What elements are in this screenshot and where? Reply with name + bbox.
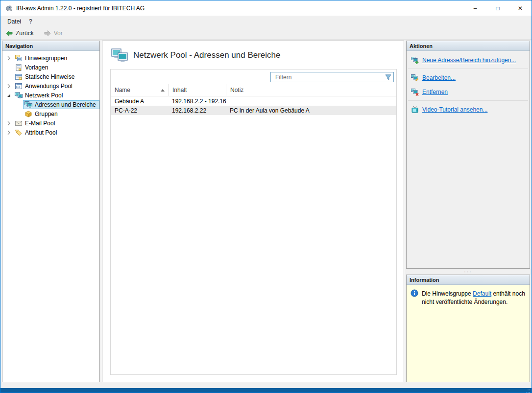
column-header-inhalt[interactable]: Inhalt bbox=[168, 84, 226, 96]
menu-help[interactable]: ? bbox=[25, 17, 36, 26]
tree-item-vorlagen[interactable]: Vorlagen bbox=[2, 63, 99, 72]
tree-item-statische-hinweise[interactable]: Statische Hinweise bbox=[2, 72, 99, 81]
sort-ascending-icon bbox=[161, 89, 165, 92]
groups-box-icon bbox=[24, 110, 32, 118]
filter-row bbox=[111, 69, 396, 84]
edit-network-address-icon bbox=[411, 74, 419, 82]
tree-item-label: Netzwerk Pool bbox=[25, 92, 63, 99]
navigation-tree: Hinweisgruppen bbox=[2, 51, 99, 382]
action-video-tutorial[interactable]: Video-Tutorial ansehen... bbox=[407, 102, 530, 116]
toolbar: Zurück Vor bbox=[0, 27, 532, 40]
video-tutorial-icon bbox=[411, 106, 419, 114]
filter-input[interactable] bbox=[271, 74, 383, 81]
information-body: Die Hinweisgruppe Default enthält noch n… bbox=[407, 285, 530, 382]
templates-icon bbox=[15, 64, 23, 71]
tree-item-netzwerk-pool[interactable]: Netzwerk Pool bbox=[2, 91, 99, 100]
action-remove[interactable]: Entfernen bbox=[407, 85, 530, 99]
chevron-right-icon[interactable] bbox=[4, 54, 13, 62]
attribute-pool-icon bbox=[15, 129, 23, 137]
back-button[interactable]: Zurück bbox=[3, 28, 36, 38]
table-header: Name Inhalt Notiz bbox=[111, 84, 396, 96]
chevron-right-icon[interactable] bbox=[4, 129, 13, 137]
right-column: Aktionen Neue Adresse/Bere bbox=[406, 41, 530, 382]
remove-network-address-icon bbox=[411, 88, 419, 96]
info-icon bbox=[411, 289, 418, 297]
column-label: Name bbox=[115, 87, 130, 93]
table-row[interactable]: Gebäude A 192.168.2.2 - 192.16... bbox=[111, 96, 396, 106]
column-header-notiz[interactable]: Notiz bbox=[226, 84, 396, 96]
content-header: Netzwerk Pool - Adressen und Bereiche bbox=[110, 47, 397, 69]
tree-item-attribut-pool[interactable]: Attribut Pool bbox=[2, 128, 99, 137]
tree-item-label: Anwendungs Pool bbox=[25, 83, 73, 90]
chevron-empty bbox=[4, 64, 13, 71]
chevron-right-icon[interactable] bbox=[4, 82, 13, 90]
tree-item-hinweisgruppen[interactable]: Hinweisgruppen bbox=[2, 53, 99, 63]
menubar: Datei ? bbox=[0, 16, 532, 27]
table-row[interactable]: PC-A-22 192.168.2.22 PC in der Aula von … bbox=[111, 106, 396, 115]
forward-button-label: Vor bbox=[54, 30, 63, 37]
cell-inhalt: 192.168.2.2 - 192.16... bbox=[168, 96, 226, 106]
action-label: Bearbeiten... bbox=[422, 74, 456, 81]
panel-splitter[interactable]: ··· bbox=[406, 269, 530, 275]
minimize-button[interactable]: – bbox=[464, 0, 486, 16]
navigation-panel-header: Navigation bbox=[2, 41, 99, 51]
statusbar: .:: bbox=[0, 388, 532, 393]
column-label: Notiz bbox=[230, 87, 243, 93]
tree-item-email-pool[interactable]: E-Mail Pool bbox=[2, 118, 99, 128]
tree-item-label: Statische Hinweise bbox=[25, 73, 74, 80]
maximize-button[interactable]: □ bbox=[486, 0, 509, 16]
bottom-gap bbox=[0, 382, 532, 388]
action-label: Video-Tutorial ansehen... bbox=[422, 106, 487, 113]
separator bbox=[408, 69, 528, 69]
window-title: IBI-aws Admin 1.22.0 - registriert für I… bbox=[16, 5, 145, 12]
cell-notiz bbox=[226, 96, 396, 106]
forward-button[interactable]: Vor bbox=[42, 28, 65, 38]
column-label: Inhalt bbox=[172, 87, 187, 93]
actions-list: Neue Adresse/Bereich hinzufügen... bbox=[407, 51, 530, 116]
tree-item-gruppen[interactable]: Gruppen bbox=[2, 109, 99, 118]
notice-groups-icon bbox=[15, 54, 23, 62]
filter-box[interactable] bbox=[270, 72, 394, 82]
close-button[interactable]: ✕ bbox=[509, 0, 532, 16]
action-label: Entfernen bbox=[422, 89, 448, 95]
tree-item-label: E-Mail Pool bbox=[25, 120, 55, 127]
network-pool-icon bbox=[15, 92, 23, 99]
chevron-expanded-icon[interactable] bbox=[4, 92, 13, 99]
add-network-address-icon bbox=[411, 56, 419, 64]
network-pool-icon bbox=[111, 48, 128, 63]
static-notices-icon bbox=[15, 73, 23, 81]
cell-name: PC-A-22 bbox=[111, 106, 168, 115]
forward-arrow-icon bbox=[44, 29, 51, 37]
network-pool-icon bbox=[24, 101, 32, 109]
menu-datei[interactable]: Datei bbox=[3, 17, 25, 26]
tree-item-label: Adressen und Bereiche bbox=[35, 101, 96, 108]
action-edit[interactable]: Bearbeiten... bbox=[407, 70, 530, 85]
tree-item-anwendungs-pool[interactable]: Anwendungs Pool bbox=[2, 81, 99, 91]
information-panel: Information Die Hinweisgruppe Default en… bbox=[406, 275, 530, 382]
window-controls: – □ ✕ bbox=[464, 0, 532, 16]
chevron-empty bbox=[4, 73, 13, 81]
cell-inhalt: 192.168.2.22 bbox=[168, 106, 226, 115]
filter-funnel-icon[interactable] bbox=[383, 73, 393, 81]
app-window: IBI-aws Admin 1.22.0 - registriert für I… bbox=[0, 0, 532, 393]
column-header-name[interactable]: Name bbox=[111, 84, 168, 96]
tree-item-adressen-und-bereiche[interactable]: Adressen und Bereiche bbox=[2, 100, 99, 109]
separator bbox=[408, 100, 528, 101]
page-title: Netzwerk Pool - Adressen und Bereiche bbox=[133, 50, 281, 60]
tree-item-label: Hinweisgruppen bbox=[25, 55, 67, 62]
back-arrow-icon bbox=[5, 29, 13, 37]
default-group-link[interactable]: Default bbox=[473, 290, 491, 297]
chevron-empty bbox=[14, 101, 23, 109]
chevron-right-icon[interactable] bbox=[4, 119, 13, 127]
content-panel: Netzwerk Pool - Adressen und Bereiche bbox=[102, 41, 404, 382]
tree-item-label: Vorlagen bbox=[25, 64, 48, 71]
action-add-address[interactable]: Neue Adresse/Bereich hinzufügen... bbox=[407, 53, 530, 67]
resize-grip[interactable]: .:: bbox=[526, 389, 530, 393]
address-list: Name Inhalt Notiz Gebäude A 192.168.2.2 … bbox=[110, 69, 397, 375]
information-panel-header: Information bbox=[407, 275, 530, 285]
actions-panel-header: Aktionen bbox=[407, 41, 530, 51]
main-area: Navigation bbox=[0, 40, 532, 382]
tree-item-label: Gruppen bbox=[35, 111, 58, 117]
table-empty-space bbox=[111, 115, 396, 374]
actions-panel: Aktionen Neue Adresse/Bere bbox=[406, 41, 530, 269]
